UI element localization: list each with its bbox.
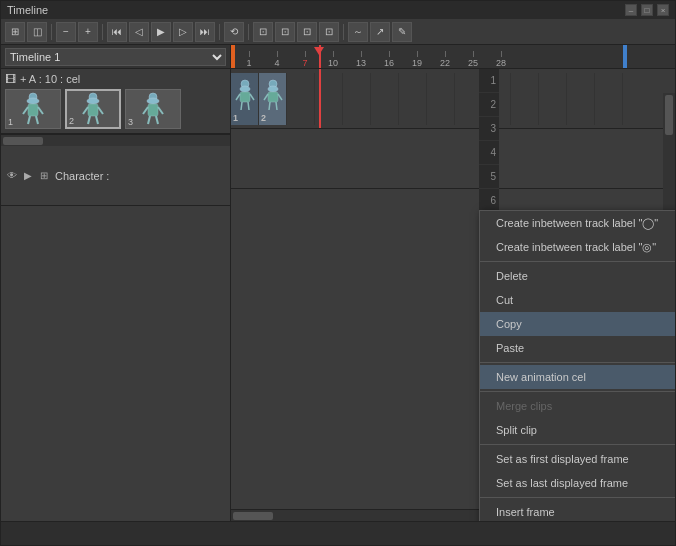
hscroll-thumb[interactable] [3,137,43,145]
frame-cell-6[interactable] [371,73,399,125]
ctx-delete[interactable]: Delete [480,264,675,288]
layer-icons: 👁 ▶ ⊞ [5,169,51,183]
ctx-sep-3 [480,391,675,392]
toolbar-btn-zoom-in[interactable]: + [78,22,98,42]
toolbar-sep-1 [51,24,52,40]
svg-rect-9 [88,104,98,116]
vscroll-thumb[interactable] [665,95,673,135]
maximize-button[interactable]: □ [641,4,653,16]
toolbar-btn-play[interactable]: ▶ [151,22,171,42]
frame-cell-2[interactable]: 2 [259,73,287,125]
ruler-line-13 [361,51,362,57]
num-list-item-2: 2 [479,93,499,117]
toolbar-sep-4 [248,24,249,40]
ctx-merge-clips[interactable]: Merge clips [480,394,675,418]
svg-rect-32 [268,92,278,102]
svg-point-23 [240,86,250,92]
cel-thumb-3[interactable]: 3 [125,89,181,129]
svg-rect-24 [240,92,250,102]
ctx-copy[interactable]: Copy [480,312,675,336]
toolbar-btn-d[interactable]: ⊡ [319,22,339,42]
frame-cell-5[interactable] [343,73,371,125]
ruler-line-7 [305,51,306,57]
ctx-set-last[interactable]: Set as last displayed frame [480,471,675,495]
toolbar-btn-arrow[interactable]: ↗ [370,22,390,42]
frame-cell-8[interactable] [427,73,455,125]
toolbar-btn-next-end[interactable]: ⏭ [195,22,215,42]
minimize-button[interactable]: – [625,4,637,16]
ruler-mark-28: 28 [487,51,515,68]
toolbar-btn-next[interactable]: ▷ [173,22,193,42]
title-bar: Timeline – □ × [1,1,675,19]
cel-thumb-2[interactable]: 2 [65,89,121,129]
ctx-new-animation-cel[interactable]: New animation cel [480,365,675,389]
svg-point-31 [268,86,278,92]
svg-line-11 [98,107,103,114]
window-controls: – □ × [625,4,669,16]
right-panel: 1 4 7 10 13 [231,45,675,521]
ruler-line-22 [445,51,446,57]
num-list-item-5: 5 [479,165,499,189]
toolbar-btn-b[interactable]: ⊡ [275,22,295,42]
cel-thumb-1[interactable]: 1 [5,89,61,129]
layer-type-icon: ⊞ [37,169,51,183]
toolbar-btn-prev-end[interactable]: ⏮ [107,22,127,42]
frame-cell-7[interactable] [399,73,427,125]
svg-rect-2 [28,104,38,116]
main-content: Timeline 1 🎞 + A : 10 : cel [1,45,675,521]
num-list-item-4: 4 [479,141,499,165]
svg-line-28 [248,102,249,110]
ruler-mark-16: 16 [375,51,403,68]
frame-cell-1[interactable]: 1 [231,73,259,125]
svg-point-1 [27,98,39,104]
playhead-track-line [319,69,321,128]
layer-header: Timeline 1 [1,45,230,69]
toolbar-btn-zoom-out[interactable]: − [56,22,76,42]
ctx-set-first[interactable]: Set as first displayed frame [480,447,675,471]
toolbar-btn-c[interactable]: ⊡ [297,22,317,42]
ctx-insert-frame[interactable]: Insert frame [480,500,675,521]
ruler-mark-19: 19 [403,51,431,68]
char-layer-track [231,129,675,189]
ruler-mark-22: 22 [431,51,459,68]
ruler-line-28 [501,51,502,57]
ctx-sep-5 [480,497,675,498]
ruler-line-25 [473,51,474,57]
timeline-window: Timeline – □ × ⊞ ◫ − + ⏮ ◁ ▶ ▷ ⏭ ⟲ ⊡ ⊡ ⊡… [0,0,676,546]
frame-cell-14[interactable] [595,73,623,125]
svg-line-6 [36,116,38,124]
ruler-mark-25: 25 [459,51,487,68]
frame-cell-12[interactable] [539,73,567,125]
expand-icon[interactable]: ▶ [21,169,35,183]
toolbar-sep-3 [219,24,220,40]
svg-line-4 [38,107,43,114]
cel-strip-hscroll[interactable] [1,134,230,146]
ruler-mark-13: 13 [347,51,375,68]
toolbar-btn-a[interactable]: ⊡ [253,22,273,42]
svg-line-27 [241,102,242,110]
toolbar-btn-prev[interactable]: ◁ [129,22,149,42]
playhead [319,45,321,68]
visibility-icon[interactable]: 👁 [5,169,19,183]
frame-1-number: 1 [233,113,238,123]
svg-line-12 [88,116,90,124]
frame-cell-3[interactable] [287,73,315,125]
ctx-create-inbetween-1[interactable]: Create inbetween track label "◯" [480,211,675,235]
ctx-create-inbetween-2[interactable]: Create inbetween track label "◎" [480,235,675,259]
ctx-paste[interactable]: Paste [480,336,675,360]
toolbar-btn-loop[interactable]: ⟲ [224,22,244,42]
ctx-cut[interactable]: Cut [480,288,675,312]
ctx-split-clip[interactable]: Split clip [480,418,675,442]
toolbar-btn-split[interactable]: ◫ [27,22,47,42]
timeline-dropdown[interactable]: Timeline 1 [5,48,226,66]
ruler-line-16 [389,51,390,57]
svg-line-3 [23,107,28,114]
timeline-hscroll-thumb[interactable] [233,512,273,520]
frame-cell-13[interactable] [567,73,595,125]
close-button[interactable]: × [657,4,669,16]
toolbar-btn-grid[interactable]: ⊞ [5,22,25,42]
frame-cell-11[interactable] [511,73,539,125]
toolbar-btn-edit[interactable]: ✎ [392,22,412,42]
cel-strip-header: 🎞 + A : 10 : cel [5,73,226,85]
toolbar-btn-wave[interactable]: ～ [348,22,368,42]
